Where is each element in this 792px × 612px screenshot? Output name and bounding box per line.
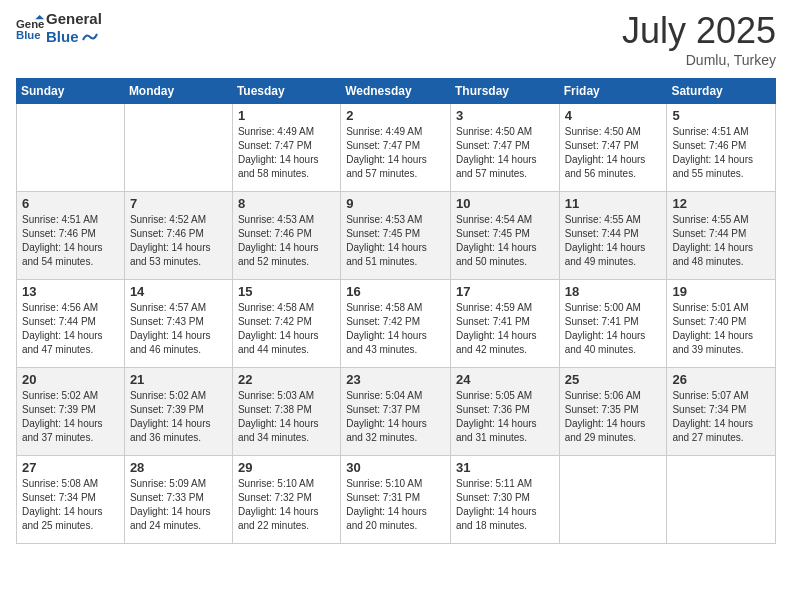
day-info: Sunrise: 5:07 AMSunset: 7:34 PMDaylight:… — [672, 389, 770, 445]
day-number: 24 — [456, 372, 554, 387]
logo-icon: General Blue — [16, 14, 44, 42]
day-number: 20 — [22, 372, 119, 387]
svg-marker-2 — [35, 15, 44, 19]
cell-5-3: 29Sunrise: 5:10 AMSunset: 7:32 PMDayligh… — [232, 456, 340, 544]
day-info: Sunrise: 4:58 AMSunset: 7:42 PMDaylight:… — [346, 301, 445, 357]
day-number: 18 — [565, 284, 662, 299]
day-info: Sunrise: 4:59 AMSunset: 7:41 PMDaylight:… — [456, 301, 554, 357]
header-wednesday: Wednesday — [341, 79, 451, 104]
day-info: Sunrise: 4:55 AMSunset: 7:44 PMDaylight:… — [565, 213, 662, 269]
day-number: 11 — [565, 196, 662, 211]
day-info: Sunrise: 4:52 AMSunset: 7:46 PMDaylight:… — [130, 213, 227, 269]
header-tuesday: Tuesday — [232, 79, 340, 104]
cell-5-6 — [559, 456, 667, 544]
day-info: Sunrise: 5:00 AMSunset: 7:41 PMDaylight:… — [565, 301, 662, 357]
day-info: Sunrise: 5:02 AMSunset: 7:39 PMDaylight:… — [130, 389, 227, 445]
day-info: Sunrise: 4:58 AMSunset: 7:42 PMDaylight:… — [238, 301, 335, 357]
week-row-4: 20Sunrise: 5:02 AMSunset: 7:39 PMDayligh… — [17, 368, 776, 456]
cell-5-7 — [667, 456, 776, 544]
day-info: Sunrise: 4:56 AMSunset: 7:44 PMDaylight:… — [22, 301, 119, 357]
day-info: Sunrise: 4:57 AMSunset: 7:43 PMDaylight:… — [130, 301, 227, 357]
cell-3-4: 16Sunrise: 4:58 AMSunset: 7:42 PMDayligh… — [341, 280, 451, 368]
cell-5-1: 27Sunrise: 5:08 AMSunset: 7:34 PMDayligh… — [17, 456, 125, 544]
cell-3-6: 18Sunrise: 5:00 AMSunset: 7:41 PMDayligh… — [559, 280, 667, 368]
day-info: Sunrise: 5:10 AMSunset: 7:31 PMDaylight:… — [346, 477, 445, 533]
header-monday: Monday — [124, 79, 232, 104]
cell-4-4: 23Sunrise: 5:04 AMSunset: 7:37 PMDayligh… — [341, 368, 451, 456]
day-number: 3 — [456, 108, 554, 123]
title-section: July 2025 Dumlu, Turkey — [622, 10, 776, 68]
cell-4-5: 24Sunrise: 5:05 AMSunset: 7:36 PMDayligh… — [450, 368, 559, 456]
cell-3-2: 14Sunrise: 4:57 AMSunset: 7:43 PMDayligh… — [124, 280, 232, 368]
logo-general: General — [46, 10, 102, 28]
week-row-1: 1Sunrise: 4:49 AMSunset: 7:47 PMDaylight… — [17, 104, 776, 192]
day-number: 26 — [672, 372, 770, 387]
day-info: Sunrise: 5:02 AMSunset: 7:39 PMDaylight:… — [22, 389, 119, 445]
header-saturday: Saturday — [667, 79, 776, 104]
page-header: General Blue General Blue July 2025 Duml… — [16, 10, 776, 68]
logo: General Blue General Blue — [16, 10, 102, 46]
day-info: Sunrise: 5:08 AMSunset: 7:34 PMDaylight:… — [22, 477, 119, 533]
cell-4-1: 20Sunrise: 5:02 AMSunset: 7:39 PMDayligh… — [17, 368, 125, 456]
day-info: Sunrise: 4:50 AMSunset: 7:47 PMDaylight:… — [565, 125, 662, 181]
day-info: Sunrise: 4:50 AMSunset: 7:47 PMDaylight:… — [456, 125, 554, 181]
logo-wave-icon — [81, 30, 99, 44]
day-number: 14 — [130, 284, 227, 299]
cell-1-7: 5Sunrise: 4:51 AMSunset: 7:46 PMDaylight… — [667, 104, 776, 192]
cell-2-1: 6Sunrise: 4:51 AMSunset: 7:46 PMDaylight… — [17, 192, 125, 280]
day-info: Sunrise: 4:53 AMSunset: 7:45 PMDaylight:… — [346, 213, 445, 269]
cell-2-2: 7Sunrise: 4:52 AMSunset: 7:46 PMDaylight… — [124, 192, 232, 280]
day-number: 30 — [346, 460, 445, 475]
cell-1-3: 1Sunrise: 4:49 AMSunset: 7:47 PMDaylight… — [232, 104, 340, 192]
day-number: 15 — [238, 284, 335, 299]
cell-5-2: 28Sunrise: 5:09 AMSunset: 7:33 PMDayligh… — [124, 456, 232, 544]
day-number: 2 — [346, 108, 445, 123]
cell-3-1: 13Sunrise: 4:56 AMSunset: 7:44 PMDayligh… — [17, 280, 125, 368]
cell-2-6: 11Sunrise: 4:55 AMSunset: 7:44 PMDayligh… — [559, 192, 667, 280]
day-number: 5 — [672, 108, 770, 123]
cell-3-7: 19Sunrise: 5:01 AMSunset: 7:40 PMDayligh… — [667, 280, 776, 368]
header-thursday: Thursday — [450, 79, 559, 104]
day-number: 8 — [238, 196, 335, 211]
week-row-3: 13Sunrise: 4:56 AMSunset: 7:44 PMDayligh… — [17, 280, 776, 368]
header-friday: Friday — [559, 79, 667, 104]
cell-3-5: 17Sunrise: 4:59 AMSunset: 7:41 PMDayligh… — [450, 280, 559, 368]
day-number: 17 — [456, 284, 554, 299]
cell-1-6: 4Sunrise: 4:50 AMSunset: 7:47 PMDaylight… — [559, 104, 667, 192]
day-info: Sunrise: 4:54 AMSunset: 7:45 PMDaylight:… — [456, 213, 554, 269]
day-number: 29 — [238, 460, 335, 475]
day-info: Sunrise: 5:01 AMSunset: 7:40 PMDaylight:… — [672, 301, 770, 357]
location: Dumlu, Turkey — [622, 52, 776, 68]
cell-2-7: 12Sunrise: 4:55 AMSunset: 7:44 PMDayligh… — [667, 192, 776, 280]
cell-4-2: 21Sunrise: 5:02 AMSunset: 7:39 PMDayligh… — [124, 368, 232, 456]
day-number: 31 — [456, 460, 554, 475]
cell-2-4: 9Sunrise: 4:53 AMSunset: 7:45 PMDaylight… — [341, 192, 451, 280]
header-sunday: Sunday — [17, 79, 125, 104]
day-number: 4 — [565, 108, 662, 123]
day-number: 21 — [130, 372, 227, 387]
day-info: Sunrise: 5:10 AMSunset: 7:32 PMDaylight:… — [238, 477, 335, 533]
cell-1-4: 2Sunrise: 4:49 AMSunset: 7:47 PMDaylight… — [341, 104, 451, 192]
cell-4-7: 26Sunrise: 5:07 AMSunset: 7:34 PMDayligh… — [667, 368, 776, 456]
cell-5-4: 30Sunrise: 5:10 AMSunset: 7:31 PMDayligh… — [341, 456, 451, 544]
cell-1-1 — [17, 104, 125, 192]
day-number: 23 — [346, 372, 445, 387]
day-number: 10 — [456, 196, 554, 211]
logo-blue: Blue — [46, 28, 102, 46]
day-number: 16 — [346, 284, 445, 299]
cell-5-5: 31Sunrise: 5:11 AMSunset: 7:30 PMDayligh… — [450, 456, 559, 544]
cell-2-5: 10Sunrise: 4:54 AMSunset: 7:45 PMDayligh… — [450, 192, 559, 280]
week-row-2: 6Sunrise: 4:51 AMSunset: 7:46 PMDaylight… — [17, 192, 776, 280]
day-number: 19 — [672, 284, 770, 299]
day-info: Sunrise: 5:05 AMSunset: 7:36 PMDaylight:… — [456, 389, 554, 445]
calendar-table: Sunday Monday Tuesday Wednesday Thursday… — [16, 78, 776, 544]
day-info: Sunrise: 4:49 AMSunset: 7:47 PMDaylight:… — [346, 125, 445, 181]
day-number: 28 — [130, 460, 227, 475]
day-info: Sunrise: 4:49 AMSunset: 7:47 PMDaylight:… — [238, 125, 335, 181]
cell-2-3: 8Sunrise: 4:53 AMSunset: 7:46 PMDaylight… — [232, 192, 340, 280]
calendar-page: General Blue General Blue July 2025 Duml… — [0, 0, 792, 612]
day-info: Sunrise: 5:04 AMSunset: 7:37 PMDaylight:… — [346, 389, 445, 445]
day-info: Sunrise: 4:51 AMSunset: 7:46 PMDaylight:… — [672, 125, 770, 181]
day-number: 27 — [22, 460, 119, 475]
day-number: 13 — [22, 284, 119, 299]
